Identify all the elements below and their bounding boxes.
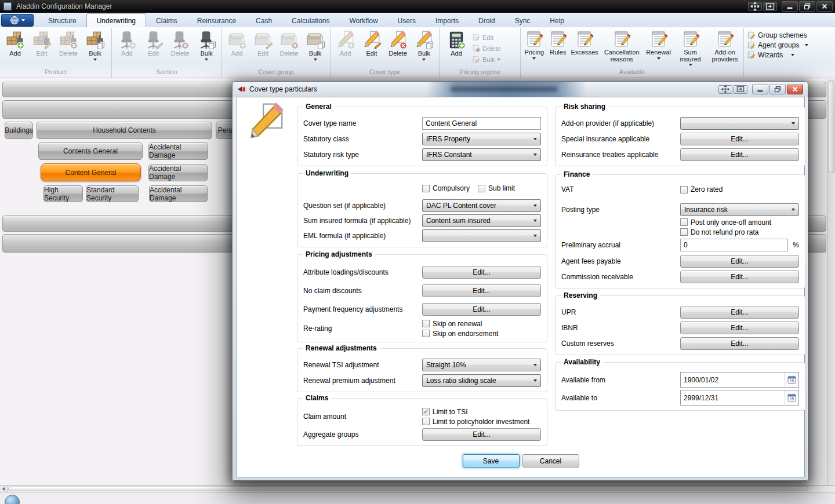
tab-structure[interactable]: Structure (38, 14, 86, 27)
sum-insured-formula-select[interactable]: Content sum insured (422, 214, 541, 227)
ibnr-edit-button[interactable]: Edit... (680, 322, 799, 334)
cover-type-delete-button[interactable]: Delete (385, 30, 411, 57)
sub-limit-checkbox[interactable]: Sub limit (478, 184, 515, 192)
statutory-class-select[interactable]: IFRS Property (422, 133, 541, 145)
skip-on-endorsement-checkbox[interactable]: Skip on endorsement (422, 330, 541, 338)
cover-type-name-input[interactable] (422, 117, 541, 130)
tree-node-buildings[interactable]: Buildings (5, 122, 33, 139)
reinsurance-treaties-edit-button[interactable]: Edit... (680, 148, 799, 161)
agent-groups-button[interactable]: Agent groups (747, 41, 835, 49)
product-delete-button[interactable]: Delete (55, 30, 82, 57)
preliminary-accrual-input[interactable] (680, 239, 788, 251)
wizards-button[interactable]: Wizards (747, 51, 835, 59)
tab-underwriting[interactable]: Underwriting (86, 13, 146, 27)
add-on-providers-button[interactable]: Add-on providers (707, 30, 743, 63)
rules-button[interactable]: Rules (547, 30, 569, 56)
tab-sync[interactable]: Sync (505, 14, 540, 27)
limit-to-tsi-checkbox[interactable]: Limit to TSI (422, 408, 541, 416)
posting-type-select[interactable]: Insurance risk (680, 203, 799, 216)
excesses-button[interactable]: Excesses (569, 30, 600, 56)
move-window-button[interactable] (748, 2, 762, 11)
cover-group-bulk-button[interactable]: Bulk (302, 30, 328, 61)
no-refund-pro-rata-checkbox[interactable]: Do not refund pro rata (680, 228, 799, 236)
scrollbar-thumb[interactable] (8, 487, 808, 491)
post-once-off-checkbox[interactable]: Post only once-off amount (680, 218, 799, 227)
tab-claims[interactable]: Claims (146, 14, 187, 27)
sum-insured-button[interactable]: Sum insured (674, 30, 707, 66)
dialog-close-button[interactable] (787, 85, 803, 94)
pricing-regime-add-button[interactable]: Add (441, 30, 471, 57)
no-claim-discounts-edit-button[interactable]: Edit... (422, 284, 541, 297)
cover-type-bulk-button[interactable]: Bulk (411, 30, 437, 61)
tree-node-accidental-damage-2[interactable]: Accidental Damage (148, 164, 208, 181)
attribute-loadings-edit-button[interactable]: Edit... (422, 266, 541, 279)
close-button[interactable] (816, 1, 833, 12)
tree-node-high-security[interactable]: High Security (43, 185, 83, 202)
available-to-input[interactable] (681, 394, 785, 402)
dialog-dock-button[interactable] (734, 85, 747, 94)
cover-type-edit-button[interactable]: Edit (358, 30, 384, 57)
restore-button[interactable] (799, 1, 815, 12)
product-edit-button[interactable]: Edit (28, 30, 55, 57)
renewal-button[interactable]: Renewal (644, 30, 674, 60)
tree-node-standard-security[interactable]: Standard Security (86, 185, 139, 202)
tab-help[interactable]: Help (540, 14, 574, 27)
tab-calculations[interactable]: Calculations (282, 14, 339, 27)
dialog-restore-button[interactable] (769, 85, 786, 94)
tab-cash[interactable]: Cash (246, 14, 282, 27)
group-schemes-button[interactable]: Group schemes (747, 31, 835, 39)
available-to-datepicker[interactable] (680, 390, 799, 406)
custom-reserves-edit-button[interactable]: Edit... (680, 337, 799, 350)
special-insurance-edit-button[interactable]: Edit... (680, 133, 799, 145)
available-from-datepicker[interactable] (680, 372, 799, 388)
question-set-select[interactable]: DAC PL Content cover (422, 199, 541, 212)
save-button[interactable]: Save (463, 454, 520, 468)
renewal-premium-adjustment-select[interactable]: Loss ratio sliding scale (422, 374, 541, 387)
scroll-left-arrow[interactable] (0, 486, 8, 492)
cover-group-add-button[interactable]: Add (224, 30, 250, 57)
section-delete-button[interactable]: Delete (167, 30, 194, 57)
section-bulk-button[interactable]: Bulk (193, 30, 220, 61)
calendar-button[interactable] (785, 372, 798, 387)
cover-type-add-button[interactable]: Add (332, 30, 358, 57)
commission-receivable-edit-button[interactable]: Edit... (680, 271, 799, 283)
pricing-button[interactable]: Pricing (521, 30, 547, 60)
tab-reinsurance[interactable]: Reinsurance (187, 14, 246, 27)
skip-on-renewal-checkbox[interactable]: Skip on renewal (422, 320, 541, 328)
cancellation-reasons-button[interactable]: Cancellation reasons (600, 30, 644, 63)
dialog-minimize-button[interactable] (752, 85, 768, 94)
compulsory-checkbox[interactable]: Compulsory (422, 184, 470, 192)
tree-node-contents-general[interactable]: Contents General (38, 143, 143, 160)
vertical-scrollbar[interactable] (827, 79, 835, 487)
dialog-move-button[interactable] (718, 85, 732, 94)
section-add-button[interactable]: Add (114, 30, 140, 57)
tab-imports[interactable]: Imports (426, 14, 469, 27)
tab-workflow[interactable]: Workflow (339, 14, 387, 27)
renewal-tsi-adjustment-select[interactable]: Straight 10% (422, 359, 541, 371)
agent-fees-edit-button[interactable]: Edit... (680, 255, 799, 268)
payment-frequency-edit-button[interactable]: Edit... (422, 303, 541, 316)
zero-rated-checkbox[interactable]: Zero rated (680, 185, 799, 193)
tree-node-accidental-damage-3[interactable]: Accidental Damage (149, 185, 208, 202)
cancel-button[interactable]: Cancel (522, 454, 579, 468)
tab-users[interactable]: Users (388, 14, 426, 27)
application-menu-button[interactable] (1, 14, 34, 27)
horizontal-scrollbar[interactable] (0, 485, 835, 492)
eml-formula-select[interactable] (422, 229, 541, 242)
statutory-risk-type-select[interactable]: IFRS Constant (422, 148, 541, 161)
product-bulk-button[interactable]: Bulk (82, 30, 108, 61)
tree-node-content-general-selected[interactable]: Content General (41, 163, 141, 181)
pricing-regime-bulk-button[interactable]: Bulk (471, 54, 502, 65)
product-add-button[interactable]: Add (2, 30, 28, 57)
aggregate-groups-edit-button[interactable]: Edit... (422, 428, 541, 441)
pricing-regime-delete-button[interactable]: Delete (471, 43, 502, 54)
tree-node-accidental-damage-1[interactable]: Accidental Damage (148, 143, 208, 160)
upr-edit-button[interactable]: Edit... (680, 306, 799, 319)
cover-group-edit-button[interactable]: Edit (250, 30, 276, 57)
limit-to-policyholder-checkbox[interactable]: Limit to policyholder investment (422, 418, 541, 426)
add-on-provider-select[interactable] (680, 117, 799, 130)
section-edit-button[interactable]: Edit (140, 30, 167, 57)
dock-window-button[interactable] (763, 2, 777, 11)
status-sphere-icon[interactable] (5, 495, 20, 504)
calendar-button[interactable] (785, 390, 798, 405)
